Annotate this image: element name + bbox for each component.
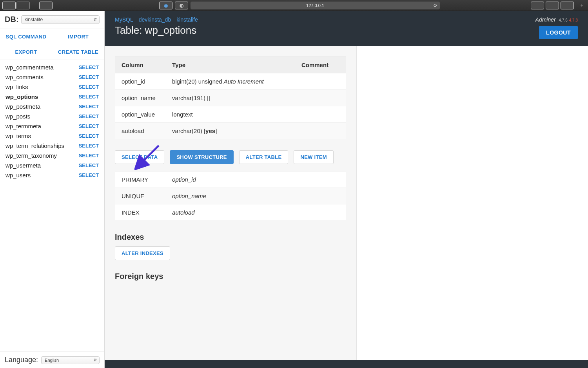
reader-icon[interactable]: ◐ <box>175 2 188 9</box>
table-select-link[interactable]: SELECT <box>79 133 99 139</box>
table-row: option_namevarchar(191) [] <box>115 90 346 106</box>
indexes-table: PRIMARYoption_idUNIQUEoption_nameINDEXau… <box>115 171 346 221</box>
table-row: wp_postsSELECT <box>0 111 104 121</box>
table-name-link[interactable]: wp_users <box>5 172 31 179</box>
table-name-link[interactable]: wp_links <box>5 84 28 90</box>
table-row: wp_postmetaSELECT <box>0 102 104 111</box>
tables-list: wp_commentmetaSELECTwp_commentsSELECTwp_… <box>0 60 104 352</box>
column-name: option_name <box>115 90 166 106</box>
url-bar[interactable]: 127.0.0.1 ⟳ <box>191 2 440 9</box>
columns-table: Column Type Comment option_idbigint(20) … <box>115 56 346 139</box>
breadcrumb-link[interactable]: kinstalife <box>176 16 198 23</box>
table-select-link[interactable]: SELECT <box>79 74 99 80</box>
sidebar-toggle-icon[interactable] <box>39 2 53 9</box>
table-name-link[interactable]: wp_options <box>5 93 38 100</box>
chevron-updown-icon: ⇵ <box>94 358 97 362</box>
right-blank-panel <box>356 46 588 360</box>
table-row: wp_term_relationshipsSELECT <box>0 141 104 151</box>
index-field: autoload <box>166 204 346 221</box>
browser-chrome: ◉ ◐ 127.0.0.1 ⟳ + <box>0 0 588 11</box>
table-name-link[interactable]: wp_commentmeta <box>5 64 54 71</box>
table-row: wp_optionsSELECT <box>0 92 104 102</box>
foreign-keys-heading: Foreign keys <box>115 272 346 281</box>
table-row: option_valuelongtext <box>115 106 346 123</box>
sql-command-link[interactable]: SQL COMMAND <box>0 29 52 44</box>
table-select-link[interactable]: SELECT <box>79 104 99 109</box>
table-select-link[interactable]: SELECT <box>79 162 99 168</box>
table-name-link[interactable]: wp_terms <box>5 133 31 139</box>
table-row: wp_term_taxonomySELECT <box>0 151 104 160</box>
page-title: Table: wp_options <box>115 24 203 36</box>
column-name: option_value <box>115 106 166 123</box>
db-select-value: kinstalife <box>25 17 43 22</box>
index-kind: PRIMARY <box>115 171 166 188</box>
table-name-link[interactable]: wp_termmeta <box>5 123 41 129</box>
breadcrumb: MySQLdevkinsta_dbkinstalife <box>115 16 203 23</box>
table-select-link[interactable]: SELECT <box>79 153 99 158</box>
shield-icon[interactable]: ◉ <box>159 2 172 9</box>
table-name-link[interactable]: wp_term_relationships <box>5 142 64 149</box>
table-row: autoloadvarchar(20) [yes] <box>115 123 346 139</box>
column-name: option_id <box>115 73 166 90</box>
column-type: varchar(20) [yes] <box>166 123 295 139</box>
table-row: wp_termsSELECT <box>0 131 104 141</box>
table-select-link[interactable]: SELECT <box>79 113 99 119</box>
table-select-link[interactable]: SELECT <box>79 94 99 100</box>
download-icon[interactable] <box>531 2 544 9</box>
table-row: wp_usermetaSELECT <box>0 160 104 170</box>
breadcrumb-link[interactable]: devkinsta_db <box>139 16 171 23</box>
table-row: wp_commentsSELECT <box>0 72 104 82</box>
breadcrumb-link[interactable]: MySQL <box>115 16 133 23</box>
db-select[interactable]: kinstalife ⇵ <box>21 15 100 24</box>
table-select-link[interactable]: SELECT <box>79 84 99 90</box>
index-field: option_id <box>166 171 346 188</box>
logout-button[interactable]: LOGOUT <box>539 26 578 39</box>
alter-table-button[interactable]: ALTER TABLE <box>239 150 289 164</box>
brand: Adminer 4.7.6 4.7.8 <box>535 16 578 23</box>
table-select-link[interactable]: SELECT <box>79 143 99 149</box>
forward-button[interactable] <box>16 2 30 9</box>
table-row: wp_usersSELECT <box>0 170 104 180</box>
table-select-link[interactable]: SELECT <box>79 172 99 178</box>
sidebar: DB: kinstalife ⇵ SQL COMMAND IMPORT EXPO… <box>0 11 105 368</box>
table-name-link[interactable]: wp_term_taxonomy <box>5 152 57 159</box>
col-header-comment: Comment <box>295 57 346 73</box>
select-data-button[interactable]: SELECT DATA <box>115 150 164 164</box>
table-name-link[interactable]: wp_usermeta <box>5 162 41 169</box>
column-name: autoload <box>115 123 166 139</box>
table-row: PRIMARYoption_id <box>115 171 346 188</box>
db-label: DB: <box>5 15 19 24</box>
table-name-link[interactable]: wp_comments <box>5 74 44 80</box>
column-comment <box>295 106 346 123</box>
index-field: option_name <box>166 188 346 204</box>
column-comment <box>295 123 346 139</box>
column-type: bigint(20) unsigned Auto Increment <box>166 73 295 90</box>
share-icon[interactable] <box>546 2 559 9</box>
table-name-link[interactable]: wp_postmeta <box>5 103 40 110</box>
url-text: 127.0.0.1 <box>306 3 324 8</box>
table-select-link[interactable]: SELECT <box>79 123 99 129</box>
back-button[interactable] <box>2 2 16 9</box>
language-label: Language: <box>5 356 38 364</box>
column-type: varchar(191) [] <box>166 90 295 106</box>
table-name-link[interactable]: wp_posts <box>5 113 30 120</box>
table-row: option_idbigint(20) unsigned Auto Increm… <box>115 73 346 90</box>
table-row: UNIQUEoption_name <box>115 188 346 204</box>
export-link[interactable]: EXPORT <box>0 44 52 60</box>
header: MySQLdevkinsta_dbkinstalife Table: wp_op… <box>105 11 588 46</box>
column-comment <box>295 73 346 90</box>
create-table-link[interactable]: CREATE TABLE <box>52 44 104 60</box>
alter-indexes-button[interactable]: ALTER INDEXES <box>115 246 170 260</box>
index-kind: INDEX <box>115 204 166 221</box>
import-link[interactable]: IMPORT <box>52 29 104 44</box>
reload-icon[interactable]: ⟳ <box>434 3 437 8</box>
table-select-link[interactable]: SELECT <box>79 64 99 70</box>
chevron-updown-icon: ⇵ <box>94 17 97 22</box>
language-select-value: English <box>45 358 59 363</box>
tabs-icon[interactable] <box>561 2 574 9</box>
new-item-button[interactable]: NEW ITEM <box>294 150 333 164</box>
col-header-column: Column <box>115 57 166 73</box>
language-select[interactable]: English ⇵ <box>41 356 100 364</box>
new-tab-icon[interactable]: + <box>578 2 586 9</box>
show-structure-button[interactable]: SHOW STRUCTURE <box>170 150 233 164</box>
